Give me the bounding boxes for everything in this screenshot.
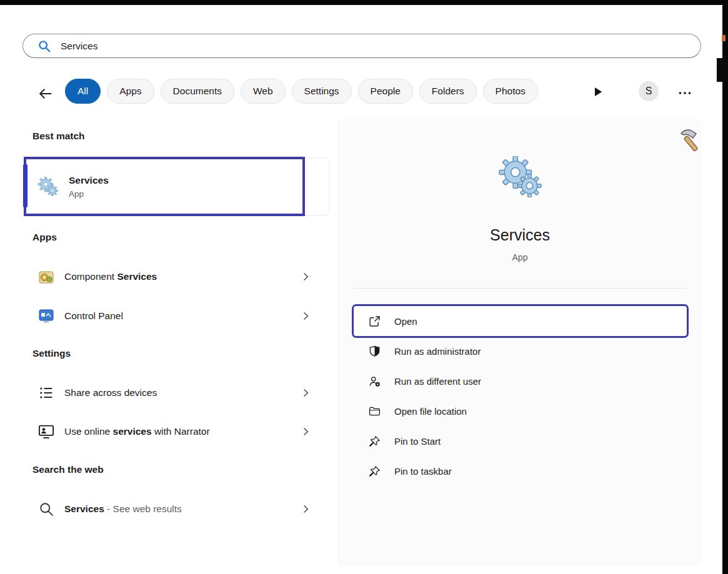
best-match-text: Services App: [69, 175, 109, 199]
screen-edge-marker: [722, 35, 726, 41]
label-bold: Services: [64, 503, 104, 514]
action-run-as-administrator[interactable]: Run as administrator: [354, 336, 687, 366]
action-open[interactable]: Open: [354, 306, 687, 336]
narrator-icon: [37, 423, 55, 440]
label-pre: Component: [64, 271, 117, 282]
best-match-title: Services: [69, 175, 109, 186]
action-label: Open: [394, 316, 417, 327]
result-label: Share across devices: [64, 387, 157, 398]
tab-web[interactable]: Web: [241, 79, 286, 104]
run-admin-icon: [368, 345, 381, 358]
best-match-subtitle: App: [69, 189, 109, 199]
label-pre: Share across devices: [64, 387, 157, 398]
preview-subtitle: App: [339, 252, 701, 262]
label-post: with Narrator: [152, 426, 210, 437]
action-pin-to-taskbar[interactable]: Pin to taskbar: [354, 456, 687, 486]
label-post: - See web results: [104, 503, 182, 514]
result-share-across-devices[interactable]: Share across devices: [22, 379, 329, 407]
ellipsis-icon: [677, 85, 693, 101]
screen: Services All Apps Documents Web Settings…: [0, 0, 728, 574]
tab-all[interactable]: All: [65, 79, 101, 104]
chevron-right-icon[interactable]: [299, 425, 312, 438]
action-label: Pin to Start: [394, 436, 441, 447]
tab-settings[interactable]: Settings: [292, 79, 352, 104]
tab-folders[interactable]: Folders: [419, 79, 477, 104]
best-match-item-services[interactable]: Services App: [22, 157, 329, 215]
back-button[interactable]: [35, 83, 56, 104]
control-panel-icon: [37, 307, 55, 325]
chevron-right-icon[interactable]: [299, 270, 312, 283]
open-icon: [368, 315, 381, 328]
overflow-menu-button[interactable]: [675, 83, 695, 103]
filter-tabs: All Apps Documents Web Settings People F…: [65, 79, 538, 104]
services-icon: [37, 177, 59, 196]
search-icon: [37, 39, 51, 53]
tab-apps[interactable]: Apps: [107, 79, 154, 104]
account-avatar[interactable]: S: [639, 81, 659, 101]
chevron-right-icon[interactable]: [299, 310, 312, 322]
chevron-right-icon[interactable]: [299, 503, 312, 515]
pin-start-icon: [368, 435, 381, 448]
run-user-icon: [368, 375, 381, 388]
tab-photos[interactable]: Photos: [483, 79, 538, 104]
component-services-icon: [37, 268, 55, 285]
result-narrator-services[interactable]: Use online services with Narrator: [22, 417, 329, 446]
selection-accent-bar: [23, 164, 27, 207]
apps-heading: Apps: [32, 232, 57, 243]
chevron-right-icon[interactable]: [299, 387, 312, 399]
hammer-cursor-icon: [676, 125, 706, 155]
result-component-services[interactable]: Component Services: [22, 262, 329, 291]
windows-search-flyout: Services All Apps Documents Web Settings…: [0, 5, 722, 574]
divider: [354, 288, 687, 289]
result-label: Control Panel: [64, 310, 123, 322]
tab-documents[interactable]: Documents: [161, 79, 234, 104]
best-match-heading: Best match: [32, 131, 85, 142]
result-control-panel[interactable]: Control Panel: [22, 302, 329, 330]
preview-title: Services: [339, 226, 701, 244]
back-arrow-icon: [37, 86, 54, 102]
label-bold: Services: [117, 271, 157, 282]
result-web-services[interactable]: Services - See web results: [22, 495, 329, 523]
result-label: Component Services: [64, 271, 157, 282]
services-icon-large: [497, 156, 544, 197]
search-the-web-heading: Search the web: [32, 464, 104, 475]
action-label: Open file location: [394, 406, 467, 417]
web-search-icon: [37, 500, 55, 518]
action-label: Run as administrator: [394, 346, 481, 357]
action-label: Pin to taskbar: [394, 466, 452, 477]
tab-people[interactable]: People: [358, 79, 413, 104]
pin-taskbar-icon: [368, 465, 381, 478]
tabs-overflow-button[interactable]: [590, 84, 606, 100]
action-open-file-location[interactable]: Open file location: [354, 396, 687, 426]
result-label: Services - See web results: [64, 503, 182, 515]
search-input-value: Services: [61, 41, 97, 52]
preview-panel: Services App Open Run as administrator R…: [338, 119, 701, 567]
action-pin-to-start[interactable]: Pin to Start: [354, 426, 687, 456]
screen-edge-notch: [717, 58, 728, 82]
label-pre: Use online: [64, 426, 113, 437]
action-run-as-different-user[interactable]: Run as different user: [354, 366, 687, 396]
settings-heading: Settings: [32, 348, 71, 359]
file-location-icon: [368, 405, 381, 418]
share-across-devices-icon: [37, 384, 55, 402]
result-label: Use online services with Narrator: [64, 426, 210, 437]
play-triangle-icon: [592, 86, 604, 97]
label-pre: Control Panel: [64, 310, 123, 321]
label-bold: services: [113, 426, 152, 437]
search-input[interactable]: Services: [22, 34, 701, 58]
action-label: Run as different user: [394, 376, 481, 387]
